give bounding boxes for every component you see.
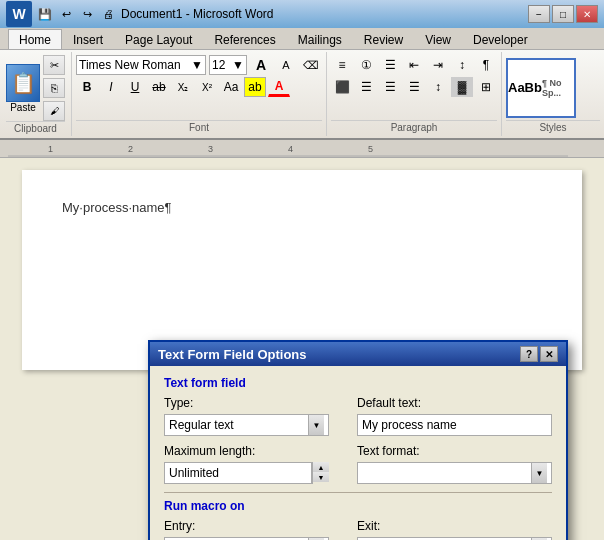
divider-1 [164,492,552,493]
app-icon: W [6,1,32,27]
title-bar: W 💾 ↩ ↪ 🖨 Document1 - Microsoft Word − □… [0,0,604,28]
strikethrough-button[interactable]: ab [148,77,170,97]
maxlength-col: Maximum length: ▲ ▼ [164,444,345,484]
text-format-dropdown-arrow: ▼ [531,463,547,483]
bold-button[interactable]: B [76,77,98,97]
print-quick-btn[interactable]: 🖨 [99,5,117,23]
run-macro-section-label: Run macro on [164,499,552,513]
tab-insert[interactable]: Insert [62,29,114,49]
redo-quick-btn[interactable]: ↪ [78,5,96,23]
tab-page-layout[interactable]: Page Layout [114,29,203,49]
minimize-button[interactable]: − [528,5,550,23]
font-size-selector[interactable]: 12 ▼ [209,55,247,75]
save-quick-btn[interactable]: 💾 [36,5,54,23]
paste-button[interactable]: 📋 Paste [6,64,40,113]
tab-developer[interactable]: Developer [462,29,539,49]
line-spacing-button[interactable]: ↕ [427,77,449,97]
clear-format-btn[interactable]: ⌫ [300,55,322,75]
align-center-button[interactable]: ☰ [355,77,377,97]
font-color-button[interactable]: A [268,77,290,97]
numbering-button[interactable]: ① [355,55,377,75]
modal-overlay: Text Form Field Options ? ✕ Text form fi… [8,170,596,540]
text-format-col: Text format: ▼ [357,444,552,484]
default-text-input[interactable] [357,414,552,436]
svg-text:2: 2 [128,144,133,154]
align-right-button[interactable]: ☰ [379,77,401,97]
decrease-font-btn[interactable]: A [275,55,297,75]
tab-view[interactable]: View [414,29,462,49]
dialog-title: Text Form Field Options [158,347,307,362]
tab-mailings[interactable]: Mailings [287,29,353,49]
multilevel-button[interactable]: ☰ [379,55,401,75]
type-value: Regular text [169,418,234,432]
svg-text:3: 3 [208,144,213,154]
paragraph-group-label: Paragraph [331,120,497,133]
decrease-indent-button[interactable]: ⇤ [403,55,425,75]
superscript-button[interactable]: X² [196,77,218,97]
show-formatting-button[interactable]: ¶ [475,55,497,75]
close-window-button[interactable]: ✕ [576,5,598,23]
document-wrapper: My·process·name¶ Text Form Field Options… [0,158,604,540]
dialog-close-button[interactable]: ✕ [540,346,558,362]
highlight-button[interactable]: ab [244,77,266,97]
ruler: 1 2 3 4 5 [0,140,604,158]
clipboard-group-label: Clipboard [6,121,65,134]
window-controls: − □ ✕ [528,5,598,23]
change-case-button[interactable]: Aa [220,77,242,97]
copy-button[interactable]: ⎘ [43,78,65,98]
sort-button[interactable]: ↕ [451,55,473,75]
ruler-svg: 1 2 3 4 5 [8,141,568,157]
text-form-field-section-label: Text form field [164,376,552,390]
tab-references[interactable]: References [203,29,286,49]
undo-quick-btn[interactable]: ↩ [57,5,75,23]
clipboard-group: 📋 Paste ✂ ⎘ 🖌 Clipboard [0,52,72,136]
increase-font-btn[interactable]: A [250,55,272,75]
font-name-selector[interactable]: Times New Roman ▼ [76,55,206,75]
text-format-dropdown[interactable]: ▼ [357,462,552,484]
ribbon-section: Home Insert Page Layout References Maili… [0,28,604,140]
default-text-col: Default text: [357,396,552,436]
type-dropdown[interactable]: Regular text ▼ [164,414,329,436]
ribbon-tabs: Home Insert Page Layout References Maili… [0,28,604,50]
maximize-button[interactable]: □ [552,5,574,23]
font-group-label: Font [76,120,322,133]
text-format-label: Text format: [357,444,552,458]
align-left-button[interactable]: ⬛ [331,77,353,97]
paragraph-group: ≡ ① ☰ ⇤ ⇥ ↕ ¶ ⬛ ☰ ☰ ☰ ↕ ▓ [327,52,502,136]
type-row: Type: Regular text ▼ Default text: [164,396,552,436]
justify-button[interactable]: ☰ [403,77,425,97]
dialog-title-bar: Text Form Field Options ? ✕ [150,342,566,366]
underline-button[interactable]: U [124,77,146,97]
maxlength-row: Maximum length: ▲ ▼ [164,444,552,484]
title-bar-title: Document1 - Microsoft Word [121,7,274,21]
shading-button[interactable]: ▓ [451,77,473,97]
max-length-input[interactable] [164,462,312,484]
dialog-help-button[interactable]: ? [520,346,538,362]
type-label: Type: [164,396,345,410]
normal-style[interactable]: AaBb ¶ No Sp... [506,58,576,118]
dialog-title-controls: ? ✕ [520,346,558,362]
subscript-button[interactable]: X₂ [172,77,194,97]
tab-home[interactable]: Home [8,29,62,49]
styles-group: AaBb ¶ No Sp... Styles [502,52,604,136]
borders-button[interactable]: ⊞ [475,77,497,97]
exit-col: Exit: ▼ [357,519,552,540]
macro-row: Entry: ▼ Exit: [164,519,552,540]
increase-indent-button[interactable]: ⇥ [427,55,449,75]
max-length-label: Maximum length: [164,444,345,458]
styles-group-label: Styles [506,120,600,133]
exit-label: Exit: [357,519,552,533]
content-area: 1 2 3 4 5 My·process·name¶ [0,140,604,540]
quick-access-toolbar: 💾 ↩ ↪ 🖨 [36,5,117,23]
max-length-spinner-buttons: ▲ ▼ [312,462,329,484]
max-length-decrement[interactable]: ▼ [313,472,329,482]
svg-text:1: 1 [48,144,53,154]
cut-button[interactable]: ✂ [43,55,65,75]
bullets-button[interactable]: ≡ [331,55,353,75]
format-painter-button[interactable]: 🖌 [43,101,65,121]
max-length-spinner: ▲ ▼ [164,462,329,484]
italic-button[interactable]: I [100,77,122,97]
max-length-increment[interactable]: ▲ [313,462,329,472]
tab-review[interactable]: Review [353,29,414,49]
entry-label: Entry: [164,519,345,533]
